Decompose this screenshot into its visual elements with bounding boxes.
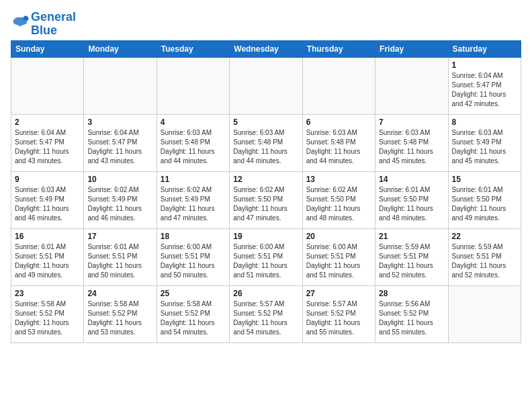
day-info: Sunrise: 6:03 AM Sunset: 5:48 PM Dayligh… (306, 128, 371, 166)
day-info: Sunrise: 6:02 AM Sunset: 5:50 PM Dayligh… (233, 185, 298, 223)
day-info: Sunrise: 6:01 AM Sunset: 5:50 PM Dayligh… (379, 185, 444, 223)
day-info: Sunrise: 6:04 AM Sunset: 5:47 PM Dayligh… (87, 128, 152, 166)
calendar-table: SundayMondayTuesdayWednesdayThursdayFrid… (11, 40, 521, 343)
day-header-tuesday: Tuesday (157, 40, 229, 57)
logo-text: General Blue (31, 11, 76, 38)
day-info: Sunrise: 6:01 AM Sunset: 5:51 PM Dayligh… (15, 242, 80, 280)
day-number: 16 (15, 232, 80, 241)
calendar-cell: 17Sunrise: 6:01 AM Sunset: 5:51 PM Dayli… (84, 228, 157, 285)
day-number: 5 (233, 118, 298, 127)
week-row-4: 16Sunrise: 6:01 AM Sunset: 5:51 PM Dayli… (11, 228, 521, 285)
calendar-cell: 2Sunrise: 6:04 AM Sunset: 5:47 PM Daylig… (11, 114, 84, 171)
day-number: 10 (87, 175, 152, 184)
calendar-cell: 12Sunrise: 6:02 AM Sunset: 5:50 PM Dayli… (230, 171, 302, 228)
day-info: Sunrise: 6:01 AM Sunset: 5:50 PM Dayligh… (452, 185, 517, 223)
calendar-cell: 9Sunrise: 6:03 AM Sunset: 5:49 PM Daylig… (11, 171, 84, 228)
logo-bird-icon (11, 15, 30, 31)
day-info: Sunrise: 6:00 AM Sunset: 5:51 PM Dayligh… (161, 242, 226, 280)
calendar-cell: 7Sunrise: 6:03 AM Sunset: 5:48 PM Daylig… (375, 114, 448, 171)
calendar-cell (302, 57, 375, 114)
day-number: 19 (233, 232, 298, 241)
calendar-cell: 18Sunrise: 6:00 AM Sunset: 5:51 PM Dayli… (157, 228, 229, 285)
calendar-cell: 20Sunrise: 6:00 AM Sunset: 5:51 PM Dayli… (302, 228, 375, 285)
day-info: Sunrise: 5:57 AM Sunset: 5:52 PM Dayligh… (233, 300, 298, 337)
days-header-row: SundayMondayTuesdayWednesdayThursdayFrid… (11, 40, 521, 57)
day-info: Sunrise: 6:03 AM Sunset: 5:49 PM Dayligh… (15, 185, 80, 223)
day-info: Sunrise: 6:02 AM Sunset: 5:50 PM Dayligh… (306, 185, 371, 223)
day-info: Sunrise: 5:59 AM Sunset: 5:51 PM Dayligh… (452, 242, 517, 280)
day-number: 3 (87, 118, 152, 127)
day-header-thursday: Thursday (302, 40, 375, 57)
calendar-cell: 11Sunrise: 6:02 AM Sunset: 5:49 PM Dayli… (157, 171, 229, 228)
calendar-cell: 26Sunrise: 5:57 AM Sunset: 5:52 PM Dayli… (230, 285, 302, 342)
calendar-cell: 22Sunrise: 5:59 AM Sunset: 5:51 PM Dayli… (448, 228, 521, 285)
day-info: Sunrise: 5:58 AM Sunset: 5:52 PM Dayligh… (87, 300, 152, 337)
calendar-cell: 27Sunrise: 5:57 AM Sunset: 5:52 PM Dayli… (302, 285, 375, 342)
calendar-cell: 6Sunrise: 6:03 AM Sunset: 5:48 PM Daylig… (302, 114, 375, 171)
calendar-cell: 5Sunrise: 6:03 AM Sunset: 5:48 PM Daylig… (230, 114, 302, 171)
day-number: 26 (233, 289, 298, 298)
day-info: Sunrise: 6:04 AM Sunset: 5:47 PM Dayligh… (15, 128, 80, 166)
day-info: Sunrise: 6:03 AM Sunset: 5:49 PM Dayligh… (452, 128, 517, 166)
day-number: 27 (306, 289, 371, 298)
day-info: Sunrise: 6:03 AM Sunset: 5:48 PM Dayligh… (379, 128, 444, 166)
day-info: Sunrise: 6:00 AM Sunset: 5:51 PM Dayligh… (306, 242, 371, 280)
day-info: Sunrise: 5:56 AM Sunset: 5:52 PM Dayligh… (379, 300, 444, 337)
calendar-cell: 1Sunrise: 6:04 AM Sunset: 5:47 PM Daylig… (448, 57, 521, 114)
calendar-cell (375, 57, 448, 114)
calendar-cell (84, 57, 157, 114)
calendar-cell: 19Sunrise: 6:00 AM Sunset: 5:51 PM Dayli… (230, 228, 302, 285)
calendar-cell: 10Sunrise: 6:02 AM Sunset: 5:49 PM Dayli… (84, 171, 157, 228)
day-number: 17 (87, 232, 152, 241)
calendar-cell (11, 57, 84, 114)
day-info: Sunrise: 6:04 AM Sunset: 5:47 PM Dayligh… (452, 71, 517, 109)
day-number: 13 (306, 175, 371, 184)
day-info: Sunrise: 6:02 AM Sunset: 5:49 PM Dayligh… (87, 185, 152, 223)
day-number: 6 (306, 118, 371, 127)
day-number: 15 (452, 175, 517, 184)
day-number: 7 (379, 118, 444, 127)
calendar-cell: 24Sunrise: 5:58 AM Sunset: 5:52 PM Dayli… (84, 285, 157, 342)
day-number: 22 (452, 232, 517, 241)
day-number: 4 (161, 118, 226, 127)
calendar-cell (448, 285, 521, 342)
day-header-wednesday: Wednesday (230, 40, 302, 57)
day-number: 28 (379, 289, 444, 298)
calendar-cell: 3Sunrise: 6:04 AM Sunset: 5:47 PM Daylig… (84, 114, 157, 171)
day-info: Sunrise: 5:57 AM Sunset: 5:52 PM Dayligh… (306, 300, 371, 337)
calendar-cell (157, 57, 229, 114)
calendar-cell: 4Sunrise: 6:03 AM Sunset: 5:48 PM Daylig… (157, 114, 229, 171)
day-info: Sunrise: 6:02 AM Sunset: 5:49 PM Dayligh… (161, 185, 226, 223)
week-row-5: 23Sunrise: 5:58 AM Sunset: 5:52 PM Dayli… (11, 285, 521, 342)
logo: General Blue (11, 11, 76, 38)
day-number: 21 (379, 232, 444, 241)
day-number: 2 (15, 118, 80, 127)
day-number: 25 (161, 289, 226, 298)
calendar-cell: 23Sunrise: 5:58 AM Sunset: 5:52 PM Dayli… (11, 285, 84, 342)
day-number: 9 (15, 175, 80, 184)
calendar-cell (230, 57, 302, 114)
day-number: 11 (161, 175, 226, 184)
day-header-monday: Monday (84, 40, 157, 57)
day-header-saturday: Saturday (448, 40, 521, 57)
day-info: Sunrise: 6:03 AM Sunset: 5:48 PM Dayligh… (161, 128, 226, 166)
page-header: General Blue (11, 11, 521, 38)
day-number: 12 (233, 175, 298, 184)
week-row-3: 9Sunrise: 6:03 AM Sunset: 5:49 PM Daylig… (11, 171, 521, 228)
day-header-friday: Friday (375, 40, 448, 57)
calendar-cell: 25Sunrise: 5:58 AM Sunset: 5:52 PM Dayli… (157, 285, 229, 342)
day-info: Sunrise: 5:58 AM Sunset: 5:52 PM Dayligh… (161, 300, 226, 337)
day-number: 8 (452, 118, 517, 127)
calendar-cell: 21Sunrise: 5:59 AM Sunset: 5:51 PM Dayli… (375, 228, 448, 285)
day-number: 18 (161, 232, 226, 241)
day-info: Sunrise: 6:01 AM Sunset: 5:51 PM Dayligh… (87, 242, 152, 280)
week-row-1: 1Sunrise: 6:04 AM Sunset: 5:47 PM Daylig… (11, 57, 521, 114)
calendar-cell: 28Sunrise: 5:56 AM Sunset: 5:52 PM Dayli… (375, 285, 448, 342)
week-row-2: 2Sunrise: 6:04 AM Sunset: 5:47 PM Daylig… (11, 114, 521, 171)
day-header-sunday: Sunday (11, 40, 84, 57)
day-number: 1 (452, 60, 517, 70)
day-info: Sunrise: 5:58 AM Sunset: 5:52 PM Dayligh… (15, 300, 80, 337)
calendar-cell: 14Sunrise: 6:01 AM Sunset: 5:50 PM Dayli… (375, 171, 448, 228)
calendar-cell: 8Sunrise: 6:03 AM Sunset: 5:49 PM Daylig… (448, 114, 521, 171)
day-number: 20 (306, 232, 371, 241)
